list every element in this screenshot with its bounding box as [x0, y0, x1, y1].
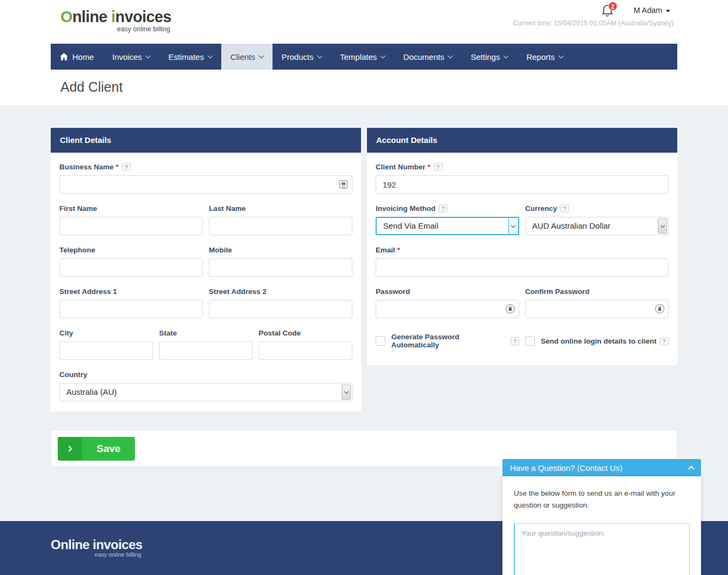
client-details-body: Business Name * ? First Name Last Name [51, 153, 361, 401]
street-address-2-input[interactable] [209, 300, 352, 318]
help-icon[interactable]: ? [560, 204, 569, 213]
email-label: Email * [376, 246, 669, 254]
client-details-header: Client Details [51, 128, 361, 153]
current-time: Current time: 15/04/2015 01:05AM (Austra… [513, 19, 673, 27]
state-input[interactable] [159, 341, 253, 360]
currency-select[interactable]: AUD Australian Dollar [525, 217, 669, 235]
password-reveal-icon[interactable] [506, 304, 515, 313]
nav-item-estimates[interactable]: Estimates [159, 44, 221, 70]
nav-item-label: Estimates [168, 52, 204, 61]
nav-item-home[interactable]: Home [51, 44, 103, 70]
save-button[interactable]: Save [58, 437, 135, 461]
caret-down-icon [666, 10, 670, 12]
brand-word2-rest: nvoices [115, 8, 172, 25]
contact-widget-title: Have a Question? (Contact Us) [510, 463, 622, 473]
first-name-label: First Name [59, 204, 203, 213]
notification-count-badge: 2 [608, 2, 617, 11]
footer-brand-wordmark: Online invoices [51, 537, 142, 552]
password-reveal-icon[interactable] [655, 304, 664, 313]
generate-password-option: Generate Password Automatically ? [376, 333, 519, 349]
nav-item-label: Settings [471, 52, 500, 61]
telephone-label: Telephone [59, 246, 203, 254]
nav-item-settings[interactable]: Settings [461, 44, 517, 70]
invoicing-method-value: Send Via Email [377, 218, 518, 234]
state-label: State [159, 329, 253, 337]
street-address-1-label: Street Address 1 [59, 288, 203, 296]
last-name-input[interactable] [209, 217, 352, 235]
nav-item-label: Reports [526, 52, 555, 61]
country-select-value: Australia (AU) [60, 384, 352, 401]
nav-item-label: Products [282, 52, 314, 61]
chevron-down-icon [380, 53, 386, 59]
currency-select-value: AUD Australian Dollar [526, 217, 668, 235]
required-marker: * [427, 163, 430, 171]
currency-label: Currency ? [525, 204, 669, 213]
nav-item-label: Templates [340, 52, 377, 61]
contact-widget: Have a Question? (Contact Us) Use the be… [502, 459, 701, 575]
nav-item-label: Clients [230, 52, 255, 61]
account-details-body: Client Number * ? Invoicing Method ? Sen… [367, 153, 677, 349]
nav-item-reports[interactable]: Reports [517, 44, 572, 70]
street-address-1-input[interactable] [59, 300, 203, 318]
nav-item-templates[interactable]: Templates [331, 44, 394, 70]
send-login-details-checkbox[interactable] [525, 336, 535, 346]
nav-item-invoices[interactable]: Invoices [103, 44, 159, 70]
contact-description: Use the below form to send us an e-mail … [514, 488, 678, 512]
confirm-password-input[interactable] [525, 300, 669, 318]
select-caret-box [508, 218, 518, 234]
help-icon[interactable]: ? [511, 337, 519, 345]
help-icon[interactable]: ? [439, 204, 447, 213]
business-name-label: Business Name * ? [59, 163, 352, 171]
generate-password-checkbox[interactable] [376, 336, 385, 346]
chevron-down-icon [504, 53, 509, 59]
chevron-down-icon [559, 53, 564, 59]
nav-item-documents[interactable]: Documents [394, 44, 461, 70]
select-caret-box [658, 218, 667, 234]
autofill-contact-icon[interactable] [339, 180, 348, 189]
send-login-details-label: Send online login details to client [541, 337, 657, 345]
send-login-details-option: Send online login details to client ? [525, 333, 669, 349]
first-name-input[interactable] [59, 217, 203, 235]
telephone-input[interactable] [59, 258, 203, 277]
business-name-input[interactable] [59, 175, 352, 194]
chevron-down-icon [344, 389, 348, 393]
client-number-input[interactable] [376, 175, 669, 194]
bell-icon [601, 10, 614, 19]
account-details-panel: Account Details Client Number * ? Invoic… [367, 128, 677, 365]
contact-question-textarea[interactable] [514, 523, 690, 575]
brand-tagline: easy online billing [60, 25, 171, 33]
nav-item-products[interactable]: Products [273, 44, 331, 70]
city-input[interactable] [59, 341, 153, 360]
mobile-input[interactable] [209, 258, 352, 277]
last-name-label: Last Name [209, 204, 352, 213]
country-label: Country [59, 371, 352, 379]
brand-word2-initial: i [111, 8, 115, 25]
client-number-label: Client Number * ? [376, 163, 669, 171]
postal-code-input[interactable] [258, 341, 352, 360]
country-select[interactable]: Australia (AU) [59, 383, 352, 401]
email-input[interactable] [376, 258, 669, 277]
help-icon[interactable]: ? [660, 337, 669, 345]
nav-item-label: Documents [403, 52, 444, 61]
city-label: City [59, 329, 153, 337]
mobile-label: Mobile [209, 246, 352, 254]
contact-widget-header[interactable]: Have a Question? (Contact Us) [502, 459, 701, 476]
nav-item-label: Home [72, 52, 94, 61]
page: Online invoices easy online billing 2 M … [0, 0, 728, 575]
brand-word1-initial: O [60, 8, 72, 25]
help-icon[interactable]: ? [122, 163, 131, 171]
contact-widget-body: Use the below form to send us an e-mail … [502, 476, 701, 575]
invoicing-method-label: Invoicing Method ? [376, 204, 519, 213]
brand-wordmark: Online invoices [60, 9, 171, 26]
footer-brand-logo: Online invoices easy online billing [51, 537, 142, 558]
user-menu[interactable]: M Adam [634, 6, 670, 15]
nav-item-clients[interactable]: Clients [221, 44, 273, 70]
chevron-down-icon [258, 53, 264, 59]
brand-logo[interactable]: Online invoices easy online billing [60, 9, 171, 33]
chevron-down-icon [317, 53, 323, 59]
chevron-down-icon [448, 53, 453, 59]
password-input[interactable] [376, 300, 519, 318]
notifications-button[interactable]: 2 [601, 4, 615, 19]
invoicing-method-select[interactable]: Send Via Email [376, 217, 519, 235]
help-icon[interactable]: ? [434, 163, 443, 171]
